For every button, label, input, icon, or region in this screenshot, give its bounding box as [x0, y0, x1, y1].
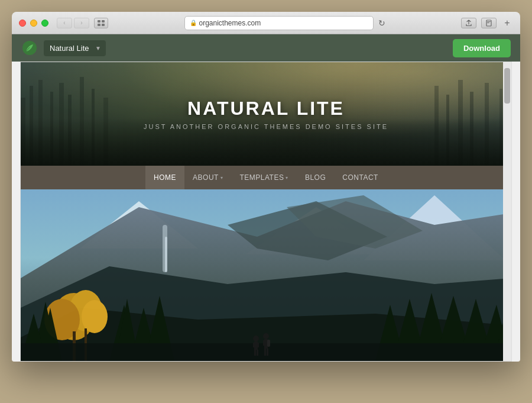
- maximize-button[interactable]: [41, 20, 48, 27]
- nav-item-home[interactable]: HOME: [145, 166, 184, 189]
- svg-point-56: [253, 336, 259, 341]
- nav-menu: HOME ABOUT ▾ TEMPLATES ▾ BLOG CONTACT: [145, 166, 387, 189]
- hero-image-section: [21, 189, 511, 361]
- url-text: organicthemes.com: [199, 19, 261, 27]
- svg-rect-61: [257, 350, 258, 356]
- reload-button[interactable]: ↻: [378, 18, 385, 28]
- new-tab-button[interactable]: +: [501, 17, 513, 29]
- site-navigation: HOME ABOUT ▾ TEMPLATES ▾ BLOG CONTACT: [21, 166, 511, 189]
- browser-content: Natural Lite ▼ Download: [12, 34, 520, 362]
- nav-item-about[interactable]: ABOUT ▾: [184, 166, 231, 189]
- right-controls: +: [461, 17, 513, 29]
- download-button[interactable]: Download: [453, 39, 511, 57]
- svg-rect-6: [487, 22, 489, 23]
- leaf-logo-icon: [21, 40, 38, 56]
- templates-arrow-icon: ▾: [286, 175, 288, 180]
- bookmark-button[interactable]: [481, 18, 497, 28]
- minimize-button[interactable]: [30, 20, 37, 27]
- traffic-lights: [19, 20, 48, 27]
- hero-section: NATURAL LITE JUST ANOTHER ORGANIC THEMES…: [21, 62, 511, 166]
- admin-bar: Natural Lite ▼ Download: [12, 34, 520, 62]
- svg-rect-67: [267, 349, 268, 356]
- hero-title: NATURAL LITE: [187, 98, 345, 120]
- address-bar-container: 🔒 organicthemes.com ↻: [114, 16, 455, 30]
- theme-selector[interactable]: Natural Lite: [44, 40, 106, 56]
- svg-rect-60: [254, 350, 256, 356]
- about-arrow-icon: ▾: [220, 175, 223, 180]
- svg-rect-1: [102, 20, 105, 22]
- back-button[interactable]: ‹: [57, 18, 72, 28]
- svg-rect-2: [98, 24, 100, 26]
- scrollbar-thumb[interactable]: [504, 68, 510, 104]
- forward-button[interactable]: ›: [74, 18, 89, 28]
- browser-window: ‹ › 🔒 organicthemes.com ↻: [12, 12, 520, 362]
- nav-item-blog[interactable]: BLOG: [297, 166, 334, 189]
- svg-rect-58: [253, 343, 255, 347]
- svg-rect-5: [487, 21, 491, 22]
- svg-rect-66: [264, 349, 266, 356]
- theme-selector-wrapper: Natural Lite ▼: [44, 40, 106, 56]
- lock-icon: 🔒: [190, 20, 197, 26]
- browser-nav-buttons: ‹ ›: [57, 18, 89, 28]
- svg-point-38: [82, 300, 108, 333]
- svg-rect-59: [257, 343, 259, 347]
- svg-rect-0: [98, 20, 100, 22]
- svg-rect-3: [102, 24, 105, 26]
- svg-point-62: [263, 333, 269, 339]
- address-bar[interactable]: 🔒 organicthemes.com: [184, 16, 374, 30]
- mountain-scene: [21, 189, 511, 361]
- scrollbar-track[interactable]: [503, 62, 511, 361]
- nav-item-templates[interactable]: TEMPLATES ▾: [231, 166, 296, 189]
- nav-item-contact[interactable]: CONTACT: [334, 166, 387, 189]
- hero-trees-overlay: [21, 118, 511, 166]
- tab-overview-button[interactable]: [94, 18, 108, 28]
- outer-frame: ‹ › 🔒 organicthemes.com ↻: [0, 0, 532, 403]
- site-wrapper: NATURAL LITE JUST ANOTHER ORGANIC THEMES…: [20, 62, 512, 362]
- close-button[interactable]: [19, 20, 26, 27]
- svg-rect-68: [267, 340, 270, 347]
- share-button[interactable]: [461, 18, 476, 28]
- svg-rect-32: [165, 237, 167, 272]
- svg-rect-64: [263, 340, 265, 346]
- titlebar: ‹ › 🔒 organicthemes.com ↻: [12, 12, 520, 34]
